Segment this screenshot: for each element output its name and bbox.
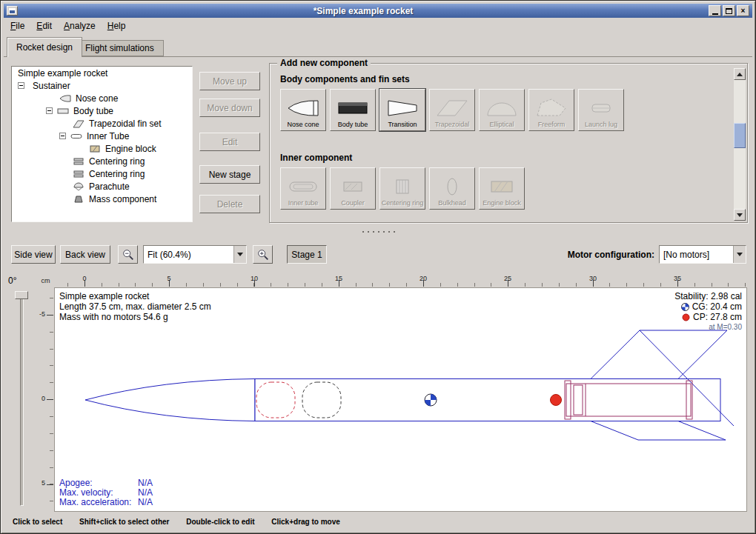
- trapezoidal-fin-icon: [436, 97, 468, 119]
- minimize-button[interactable]: [709, 5, 721, 16]
- chevron-down-icon: [237, 253, 243, 256]
- tree-item-centering-ring-1[interactable]: Centering ring: [12, 155, 192, 167]
- chevron-down-icon: [737, 253, 743, 256]
- component-button-engine-block: Engine block: [479, 167, 525, 210]
- ruler-tick-label: 35: [670, 275, 685, 282]
- stage-1-toggle[interactable]: Stage 1: [287, 245, 327, 264]
- nose-cone-icon: [287, 97, 319, 119]
- tree-item-inner-tube[interactable]: Inner Tube: [12, 130, 192, 142]
- combo-arrow-button[interactable]: [733, 246, 746, 263]
- component-button-inner-tube: Inner tube: [280, 167, 326, 210]
- zoom-value: Fit (60.4%): [144, 250, 233, 260]
- scroll-up-button[interactable]: [734, 68, 746, 80]
- vertical-ruler: -5 0 5: [38, 287, 53, 512]
- cp-icon: [682, 313, 690, 321]
- move-down-button: Move down: [199, 99, 260, 117]
- combo-arrow-button[interactable]: [233, 246, 246, 263]
- menu-edit[interactable]: Edit: [30, 19, 58, 33]
- mass-component-icon: [73, 195, 84, 204]
- tree-item-centering-ring-2[interactable]: Centering ring: [12, 167, 192, 180]
- collapse-icon[interactable]: [59, 133, 66, 139]
- component-button-transition[interactable]: Transition: [379, 89, 425, 131]
- app-window: *Simple example rocket × File Edit Analy…: [0, 0, 756, 534]
- maximize-icon: [726, 8, 732, 14]
- ruler-tick-label: 5: [42, 479, 45, 487]
- rotation-slider-handle[interactable]: [15, 291, 28, 299]
- engine-block-icon: [89, 144, 101, 153]
- fin-set-icon: [73, 119, 84, 128]
- nose-cone-shape: [85, 379, 255, 421]
- motor-configuration-label: Motor configuration:: [546, 250, 654, 260]
- menu-analyze[interactable]: Analyze: [58, 19, 102, 33]
- ruler-unit-label: cm: [38, 275, 53, 287]
- zoom-combo[interactable]: Fit (60.4%): [143, 245, 247, 264]
- status-hint: Double-click to edit: [186, 518, 254, 526]
- body-components-label: Body components and fin sets: [280, 74, 410, 84]
- tab-flight-simulations[interactable]: Flight simulations: [76, 40, 164, 56]
- cg-marker: [425, 394, 437, 406]
- rocket-mass: Mass with no motors 54.6 g: [59, 312, 211, 322]
- side-view-button[interactable]: Side view: [11, 245, 56, 264]
- tree-item-body-tube[interactable]: Body tube: [12, 104, 192, 117]
- tree-item-sustainer[interactable]: Sustainer: [12, 79, 192, 92]
- component-button-body-tube[interactable]: Body tube: [330, 89, 376, 131]
- collapse-icon[interactable]: [18, 82, 24, 89]
- collapse-icon[interactable]: [46, 107, 53, 114]
- component-panel-scrollbar[interactable]: [734, 68, 746, 221]
- ruler-tick-label: -5: [39, 310, 45, 318]
- max-acceleration-value: N/A: [138, 498, 153, 507]
- coupler-icon: [336, 176, 369, 198]
- inner-component-buttons: Inner tube Coupler Centering ring Bulkhe…: [280, 167, 525, 210]
- cp-marker: [551, 395, 562, 406]
- scroll-down-button[interactable]: [734, 209, 746, 221]
- title-bar[interactable]: *Simple example rocket ×: [4, 4, 752, 18]
- inner-component-label: Inner component: [280, 153, 352, 163]
- scrollbar-thumb[interactable]: [734, 123, 746, 148]
- max-acceleration-label: Max. acceleration:: [59, 497, 131, 507]
- rocket-canvas[interactable]: Simple example rocket Length 37.5 cm, ma…: [54, 287, 747, 512]
- window-title: *Simple example rocket: [18, 6, 709, 16]
- ruler-tick-label: 20: [416, 275, 431, 282]
- window-menu-icon[interactable]: [7, 6, 18, 16]
- component-button-elliptical: Elliptical: [479, 89, 525, 131]
- ruler-tick-label: 0: [42, 395, 45, 402]
- component-tree: Simple example rocket Sustainer Nose con…: [11, 66, 193, 222]
- ruler-tick-label: 30: [586, 275, 600, 282]
- tree-item-engine-block[interactable]: Engine block: [12, 142, 192, 155]
- maximize-button[interactable]: [723, 5, 735, 16]
- body-component-buttons: Nose cone Body tube Transition Trapezoid…: [280, 89, 624, 131]
- tab-rocket-design[interactable]: Rocket design: [7, 37, 82, 57]
- close-button[interactable]: ×: [737, 5, 749, 16]
- cp-value: CP: 27.8 cm: [693, 312, 742, 322]
- status-hint: Shift+click to select other: [79, 518, 169, 526]
- centering-ring-icon: [386, 176, 419, 198]
- ruler-tick-label: 10: [247, 275, 262, 282]
- mach-note: at M=0.30: [674, 322, 742, 333]
- zoom-in-button[interactable]: [253, 245, 273, 264]
- component-button-coupler: Coupler: [330, 167, 376, 210]
- tree-item-parachute[interactable]: Parachute: [12, 180, 192, 193]
- flight-stats: Apogee:N/A Max. velocity:N/A Max. accele…: [59, 478, 131, 507]
- nose-cone-icon: [59, 94, 71, 103]
- motor-configuration-combo[interactable]: [No motors]: [659, 245, 746, 264]
- zoom-out-button[interactable]: [118, 245, 138, 264]
- inner-tube-icon: [287, 176, 319, 198]
- new-stage-button[interactable]: New stage: [199, 165, 260, 184]
- zoom-out-icon: [122, 248, 135, 261]
- edit-button: Edit: [199, 133, 260, 151]
- tree-item-fin-set[interactable]: Trapezoidal fin set: [12, 117, 192, 130]
- rocket-info: Simple example rocket Length 37.5 cm, ma…: [59, 291, 211, 322]
- menu-file[interactable]: File: [4, 19, 30, 33]
- splitter-handle[interactable]: [362, 230, 395, 233]
- tree-item-nose-cone[interactable]: Nose cone: [12, 92, 192, 104]
- tree-item-rocket[interactable]: Simple example rocket: [12, 67, 192, 79]
- rotation-slider-track[interactable]: [20, 293, 24, 506]
- back-view-button[interactable]: Back view: [60, 245, 110, 264]
- ruler-tick-label: 5: [162, 275, 176, 282]
- stability-value: Stability: 2.98 cal: [674, 291, 742, 301]
- component-button-nose-cone[interactable]: Nose cone: [280, 89, 326, 131]
- menu-help[interactable]: Help: [102, 19, 132, 33]
- rocket-name: Simple example rocket: [59, 291, 211, 301]
- component-button-freeform: Freeform: [528, 89, 574, 131]
- tree-item-mass-component[interactable]: Mass component: [12, 193, 192, 205]
